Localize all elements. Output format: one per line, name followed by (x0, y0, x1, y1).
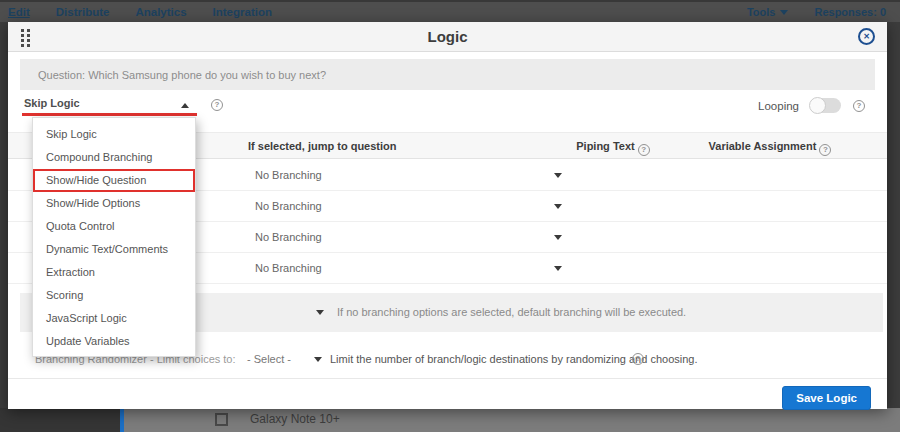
variable-help-icon[interactable] (819, 144, 831, 156)
menu-item-integration[interactable]: Integration (213, 6, 272, 18)
chevron-down-icon[interactable] (554, 235, 562, 240)
top-menubar: Edit Distribute Analytics Integration To… (0, 0, 900, 22)
toggle-knob (809, 97, 826, 114)
column-header-piping: Piping Text (528, 133, 698, 160)
column-header-jump: If selected, jump to question (248, 133, 397, 160)
modal-footer: Save Logic (8, 378, 887, 409)
tools-label: Tools (747, 6, 776, 18)
dropdown-item-extraction[interactable]: Extraction (33, 261, 195, 284)
drag-handle-icon[interactable] (21, 29, 30, 47)
tools-dropdown[interactable]: Tools (747, 6, 789, 18)
question-text: Question: Which Samsung phone do you wis… (38, 69, 326, 81)
chevron-up-icon (181, 103, 189, 108)
default-branching-note: If no branching options are selected, de… (337, 293, 686, 332)
dimmed-sidebar (0, 408, 120, 432)
looping-help-icon[interactable] (853, 100, 865, 112)
chevron-down-icon (780, 10, 788, 15)
responses-count: Responses: 0 (814, 6, 886, 18)
modal-title: Logic (8, 22, 887, 52)
dropdown-item-scoring[interactable]: Scoring (33, 284, 195, 307)
dropdown-item-update-variables[interactable]: Update Variables (33, 330, 195, 353)
menu-item-edit[interactable]: Edit (8, 6, 30, 18)
dropdown-item-skip-logic[interactable]: Skip Logic (33, 123, 195, 146)
save-logic-button[interactable]: Save Logic (782, 386, 871, 410)
looping-label: Looping (758, 100, 799, 112)
looping-toggle[interactable] (811, 98, 841, 113)
answer-option-checkbox (215, 413, 228, 426)
randomizer-help-icon[interactable] (632, 353, 644, 365)
dropdown-item-show-hide-question[interactable]: Show/Hide Question (33, 169, 195, 192)
piping-text-label: Piping Text (576, 140, 634, 152)
logic-type-dropdown-menu: Skip Logic Compound Branching Show/Hide … (32, 117, 196, 357)
jump-select[interactable]: No Branching (255, 253, 322, 284)
dropdown-item-compound-branching[interactable]: Compound Branching (33, 146, 195, 169)
chevron-down-icon[interactable] (314, 357, 322, 362)
close-icon[interactable] (858, 28, 875, 45)
jump-select[interactable]: No Branching (255, 160, 322, 191)
looping-control: Looping (758, 98, 865, 113)
randomizer-select[interactable]: - Select - (247, 347, 291, 371)
dropdown-item-dynamic-text-comments[interactable]: Dynamic Text/Comments (33, 238, 195, 261)
column-header-variable: Variable Assignment (680, 133, 860, 160)
dropdown-item-show-hide-options[interactable]: Show/Hide Options (33, 192, 195, 215)
menu-item-analytics[interactable]: Analytics (135, 6, 186, 18)
chevron-down-icon[interactable] (554, 204, 562, 209)
answer-option-label: Galaxy Note 10+ (250, 412, 340, 426)
modal-header: Logic (8, 22, 887, 52)
question-highlight-bar (120, 408, 124, 432)
jump-select[interactable]: No Branching (255, 222, 322, 253)
jump-select[interactable]: No Branching (255, 191, 322, 222)
chevron-down-icon[interactable] (316, 310, 324, 315)
dropdown-item-quota-control[interactable]: Quota Control (33, 215, 195, 238)
logic-type-help-icon[interactable] (211, 99, 223, 111)
menu-item-distribute[interactable]: Distribute (56, 6, 110, 18)
dimmed-page-background (0, 408, 900, 432)
logic-type-value: Skip Logic (24, 97, 80, 109)
logic-type-select[interactable]: Skip Logic (22, 95, 197, 116)
chevron-down-icon[interactable] (554, 266, 562, 271)
question-bar: Question: Which Samsung phone do you wis… (20, 59, 875, 90)
piping-help-icon[interactable] (638, 144, 650, 156)
dropdown-item-javascript-logic[interactable]: JavaScript Logic (33, 307, 195, 330)
answer-option-row: Galaxy Note 10+ (215, 412, 340, 426)
topbar-right: Tools Responses: 0 (747, 6, 900, 18)
top-menu: Edit Distribute Analytics Integration (0, 6, 272, 18)
screen: Edit Distribute Analytics Integration To… (0, 0, 900, 432)
variable-assignment-label: Variable Assignment (709, 140, 817, 152)
chevron-down-icon[interactable] (554, 173, 562, 178)
